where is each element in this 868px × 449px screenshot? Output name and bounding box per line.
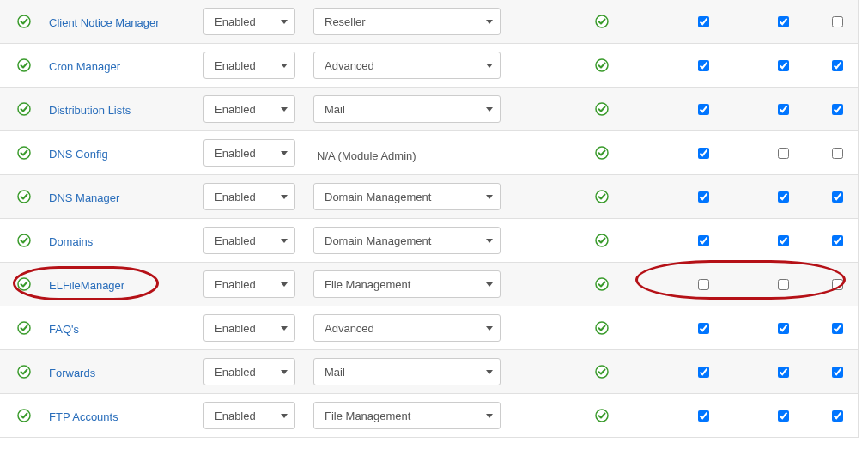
- status-select[interactable]: Enabled: [203, 314, 295, 342]
- permission-checkbox-2[interactable]: [778, 367, 789, 378]
- ok-icon: [17, 190, 31, 203]
- status-select-value: Enabled: [215, 410, 256, 422]
- permission-checkbox-1[interactable]: [698, 60, 709, 71]
- ok-icon: [595, 146, 609, 160]
- permission-checkbox-1[interactable]: [698, 16, 709, 27]
- table-row: Cron ManagerEnabledAdvanced: [0, 44, 858, 88]
- status-select[interactable]: Enabled: [203, 95, 295, 123]
- permission-checkbox-3[interactable]: [832, 60, 843, 71]
- ok-icon: [17, 102, 31, 116]
- permission-checkbox-1[interactable]: [698, 410, 709, 422]
- ok-icon: [595, 15, 609, 28]
- ok-icon: [17, 365, 31, 379]
- chevron-down-icon: [486, 370, 493, 374]
- chevron-down-icon: [486, 239, 493, 243]
- category-select[interactable]: Advanced: [313, 52, 501, 79]
- module-link[interactable]: DNS Config: [49, 148, 108, 161]
- permission-checkbox-2[interactable]: [778, 60, 789, 71]
- permission-checkbox-3[interactable]: [832, 367, 843, 378]
- status-select[interactable]: Enabled: [203, 183, 295, 210]
- permission-checkbox-3[interactable]: [832, 410, 843, 422]
- permission-checkbox-3[interactable]: [832, 191, 843, 203]
- permission-checkbox-3[interactable]: [832, 148, 843, 159]
- permission-checkbox-3[interactable]: [832, 16, 843, 27]
- status-select[interactable]: Enabled: [203, 358, 295, 385]
- permission-checkbox-1[interactable]: [698, 235, 709, 246]
- ok-icon: [17, 409, 31, 422]
- chevron-down-icon: [486, 414, 493, 418]
- ok-icon: [595, 409, 609, 422]
- chevron-down-icon: [281, 107, 288, 112]
- permission-checkbox-1[interactable]: [698, 367, 709, 378]
- permission-checkbox-1[interactable]: [698, 148, 709, 159]
- ok-icon: [17, 277, 31, 291]
- permission-checkbox-2[interactable]: [778, 191, 789, 203]
- category-select[interactable]: Reseller: [313, 8, 501, 35]
- permission-checkbox-1[interactable]: [698, 323, 709, 334]
- module-link[interactable]: DNS Manager: [49, 191, 119, 204]
- ok-icon: [595, 365, 609, 379]
- category-select-value: Domain Management: [325, 191, 431, 203]
- permission-checkbox-3[interactable]: [832, 235, 843, 246]
- category-na-text: N/A (Module Admin): [313, 144, 547, 162]
- status-select-value: Enabled: [215, 366, 256, 379]
- table-row: ELFileManagerEnabledFile Management: [0, 263, 858, 306]
- category-select[interactable]: Mail: [313, 95, 501, 123]
- chevron-down-icon: [486, 195, 493, 199]
- category-select[interactable]: File Management: [313, 270, 501, 298]
- permission-checkbox-2[interactable]: [778, 279, 789, 290]
- ok-icon: [17, 146, 31, 160]
- chevron-down-icon: [281, 239, 288, 243]
- permission-checkbox-2[interactable]: [778, 323, 789, 334]
- category-select-value: Reseller: [325, 15, 366, 28]
- table-row: FTP AccountsEnabledFile Management: [0, 394, 858, 438]
- status-select[interactable]: Enabled: [203, 52, 295, 79]
- ok-icon: [595, 234, 609, 247]
- ok-icon: [595, 102, 609, 116]
- category-select-value: Domain Management: [325, 234, 431, 247]
- status-select-value: Enabled: [215, 278, 256, 291]
- status-select-value: Enabled: [215, 15, 256, 28]
- status-select[interactable]: Enabled: [203, 8, 295, 35]
- module-link[interactable]: FTP Accounts: [49, 410, 118, 423]
- permission-checkbox-2[interactable]: [778, 235, 789, 246]
- ok-icon: [17, 321, 31, 335]
- status-select[interactable]: Enabled: [203, 402, 295, 429]
- chevron-down-icon: [486, 107, 493, 112]
- permission-checkbox-2[interactable]: [778, 16, 789, 27]
- chevron-down-icon: [281, 20, 288, 24]
- module-link[interactable]: Domains: [49, 235, 93, 248]
- permission-checkbox-2[interactable]: [778, 104, 789, 115]
- status-select-value: Enabled: [215, 322, 256, 335]
- module-link[interactable]: Distribution Lists: [49, 104, 131, 117]
- category-select[interactable]: Domain Management: [313, 183, 501, 210]
- module-link[interactable]: Client Notice Manager: [49, 16, 160, 29]
- permission-checkbox-2[interactable]: [778, 148, 789, 159]
- permission-checkbox-1[interactable]: [698, 104, 709, 115]
- permission-checkbox-3[interactable]: [832, 279, 843, 290]
- module-link[interactable]: ELFileManager: [49, 279, 124, 292]
- permission-checkbox-3[interactable]: [832, 104, 843, 115]
- status-select-value: Enabled: [215, 59, 256, 72]
- table-row: Distribution ListsEnabledMail: [0, 88, 858, 131]
- status-select-value: Enabled: [215, 103, 256, 116]
- category-select[interactable]: File Management: [313, 402, 501, 429]
- permission-checkbox-2[interactable]: [778, 410, 789, 422]
- table-row: Client Notice ManagerEnabledReseller: [0, 0, 858, 44]
- category-select[interactable]: Mail: [313, 358, 501, 385]
- permission-checkbox-1[interactable]: [698, 191, 709, 203]
- module-link[interactable]: Cron Manager: [49, 60, 120, 73]
- module-link[interactable]: FAQ's: [49, 323, 79, 336]
- table-row: DomainsEnabledDomain Management: [0, 219, 858, 263]
- category-select[interactable]: Advanced: [313, 314, 501, 342]
- status-select[interactable]: Enabled: [203, 139, 295, 167]
- chevron-down-icon: [281, 151, 288, 155]
- status-select[interactable]: Enabled: [203, 270, 295, 298]
- permission-checkbox-3[interactable]: [832, 323, 843, 334]
- category-select[interactable]: Domain Management: [313, 227, 501, 254]
- status-select[interactable]: Enabled: [203, 227, 295, 254]
- category-select-value: File Management: [325, 410, 410, 422]
- permission-checkbox-1[interactable]: [698, 279, 709, 290]
- chevron-down-icon: [281, 326, 288, 331]
- module-link[interactable]: Forwards: [49, 367, 95, 379]
